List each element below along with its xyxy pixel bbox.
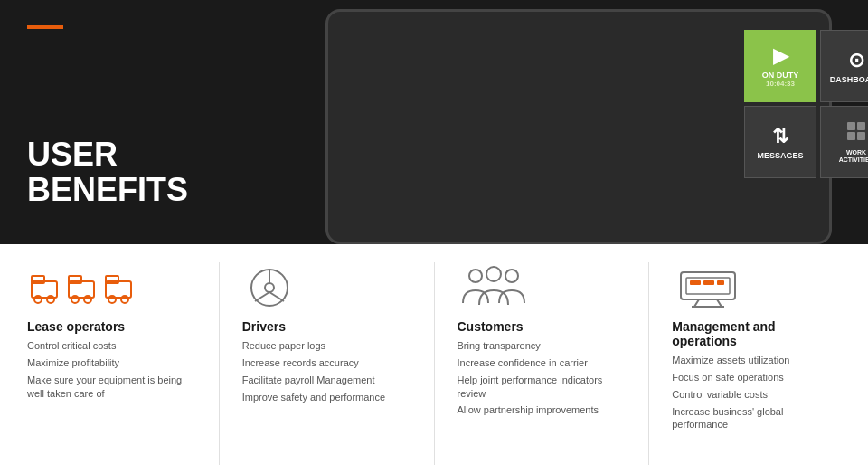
svg-rect-28 xyxy=(717,280,724,285)
management-item-1: Focus on safe operations xyxy=(672,371,841,384)
management-item-2: Control variable costs xyxy=(672,388,841,402)
svg-rect-27 xyxy=(703,280,714,285)
customers-item-2: Help joint performance indicators review xyxy=(458,374,627,401)
management-item-3: Increase business' global performance xyxy=(672,405,841,432)
svg-rect-24 xyxy=(681,272,735,299)
svg-rect-2 xyxy=(847,132,855,140)
lease-operators-title: Lease operators xyxy=(27,319,196,334)
customers-title: Customers xyxy=(458,319,627,334)
svg-rect-1 xyxy=(857,122,865,130)
work-activities-label: WORKACTIVITIES xyxy=(839,149,868,163)
customers-item-1: Increase confidence in carrier xyxy=(458,356,627,370)
customers-item-0: Bring transparency xyxy=(458,339,627,353)
page-title: USERBENEFITS xyxy=(27,137,188,208)
orange-accent-bar xyxy=(27,25,63,29)
management-icon xyxy=(672,262,841,312)
svg-point-22 xyxy=(486,267,501,281)
on-duty-time: 10:04:33 xyxy=(766,80,795,88)
play-icon: ▶ xyxy=(773,44,788,68)
on-duty-label: ON DUTY xyxy=(762,71,799,80)
divider-2 xyxy=(434,262,435,465)
svg-line-20 xyxy=(269,292,284,301)
svg-rect-26 xyxy=(690,280,701,285)
tablet-body: ▶ ON DUTY 10:04:33 ⊙ DASHBOARD ⇅ MESSAGE… xyxy=(326,9,832,244)
customers-icon xyxy=(458,262,627,312)
dashboard-icon: ⊙ xyxy=(848,49,864,72)
on-duty-tile[interactable]: ▶ ON DUTY 10:04:33 xyxy=(744,30,816,102)
messages-label: MESSAGES xyxy=(757,151,803,160)
svg-point-23 xyxy=(505,270,518,282)
svg-line-30 xyxy=(717,299,722,307)
lease-operators-icon xyxy=(27,262,196,312)
drivers-icon xyxy=(242,262,411,312)
dashboard-tile[interactable]: ⊙ DASHBOARD xyxy=(820,30,868,102)
work-activities-tile[interactable]: WORKACTIVITIES xyxy=(820,106,868,178)
svg-rect-25 xyxy=(686,278,730,294)
tablet-mockup: ▶ ON DUTY 10:04:33 ⊙ DASHBOARD ⇅ MESSAGE… xyxy=(289,0,868,244)
dashboard-label: DASHBOARD xyxy=(830,75,868,84)
management-column: Management and operations Maximize asset… xyxy=(672,262,841,465)
work-icon xyxy=(846,121,866,147)
svg-rect-0 xyxy=(847,122,855,130)
drivers-item-0: Reduce paper logs xyxy=(242,339,411,353)
svg-line-19 xyxy=(255,292,269,301)
svg-line-29 xyxy=(694,299,699,307)
app-tiles-grid: ▶ ON DUTY 10:04:33 ⊙ DASHBOARD ⇅ MESSAGE… xyxy=(744,30,868,178)
management-title: Management and operations xyxy=(672,319,841,348)
drivers-item-3: Improve safety and performance xyxy=(242,391,411,404)
top-section: USERBENEFITS ▶ ON DUTY 10:04:33 ⊙ DASHBO… xyxy=(0,0,868,244)
drivers-item-1: Increase records accuracy xyxy=(242,356,411,370)
divider-1 xyxy=(219,262,220,465)
customers-item-3: Allow partnership improvements xyxy=(458,403,627,417)
drivers-column: Drivers Reduce paper logs Increase recor… xyxy=(242,262,411,465)
lease-item-2: Make sure your equipment is being well t… xyxy=(27,374,196,401)
customers-column: Customers Bring transparency Increase co… xyxy=(458,262,627,465)
messages-tile[interactable]: ⇅ MESSAGES xyxy=(744,106,816,178)
svg-point-17 xyxy=(265,283,274,292)
benefits-section: Lease operators Control critical costs M… xyxy=(0,244,868,474)
lease-item-0: Control critical costs xyxy=(27,339,196,353)
lease-operators-column: Lease operators Control critical costs M… xyxy=(27,262,196,465)
drivers-item-2: Facilitate payroll Management xyxy=(242,374,411,387)
svg-point-21 xyxy=(469,270,482,282)
messages-icon: ⇅ xyxy=(772,125,788,148)
management-item-0: Maximize assets utilization xyxy=(672,354,841,367)
drivers-title: Drivers xyxy=(242,319,411,334)
svg-rect-3 xyxy=(857,132,865,140)
divider-3 xyxy=(648,262,649,465)
lease-item-1: Maximize profitability xyxy=(27,356,196,370)
